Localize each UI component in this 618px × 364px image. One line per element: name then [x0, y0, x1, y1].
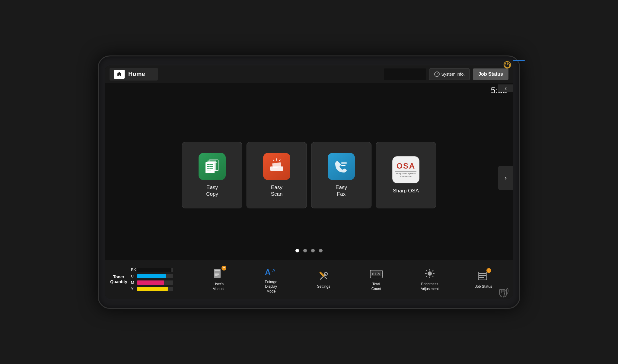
job-status-bottom-icon: ! — [477, 269, 490, 283]
svg-text:A: A — [272, 268, 276, 273]
svg-rect-49 — [479, 275, 486, 276]
status-indicator — [513, 60, 525, 61]
toner-bar-y-fill — [137, 287, 168, 291]
sharp-osa-tile[interactable]: OSA Sharp Open Systems Architecture Shar… — [376, 142, 436, 208]
enlarge-display-label: Enlarge Display Mode — [265, 280, 277, 294]
nfc-icon — [496, 286, 510, 301]
svg-rect-23 — [215, 274, 219, 275]
nav-left-arrow[interactable]: ‹ — [498, 84, 513, 92]
system-info-label: System Info. — [441, 72, 465, 77]
toner-bar-m-bg — [137, 280, 173, 285]
easy-fax-icon — [328, 153, 355, 180]
home-icon — [114, 70, 125, 79]
enlarge-svg: A A — [264, 266, 278, 277]
job-status-bottom-button[interactable]: ! Job Status — [473, 267, 495, 291]
status-area — [384, 68, 426, 80]
toner-label-c: C — [131, 274, 135, 278]
svg-line-45 — [432, 271, 433, 271]
house-icon — [116, 71, 122, 77]
svg-rect-22 — [215, 273, 219, 274]
settings-button[interactable]: Settings — [313, 267, 334, 291]
brightness-svg — [423, 268, 436, 279]
settings-svg — [318, 270, 330, 282]
svg-text:A: A — [265, 267, 271, 277]
pagination-dots — [295, 249, 323, 252]
brightness-icon — [423, 267, 436, 280]
toner-bar-y-bg — [137, 287, 173, 291]
top-bar: Home i System Info. Job Status — [105, 65, 513, 83]
power-icon[interactable] — [503, 61, 511, 70]
settings-icon — [317, 269, 330, 283]
job-status-bottom-label: Job Status — [475, 284, 492, 289]
total-count-label: Total Count — [371, 282, 381, 291]
users-manual-label: User's Manual — [212, 282, 224, 291]
nav-dot-3[interactable] — [311, 249, 315, 252]
nav-dot-4[interactable] — [319, 249, 323, 252]
nav-area: 5:35 ‹ — [105, 83, 513, 101]
toner-row-m: M — [131, 280, 173, 285]
svg-point-28 — [324, 272, 327, 275]
svg-rect-18 — [341, 165, 346, 166]
sharp-osa-label: Sharp OSA — [393, 188, 419, 194]
easy-fax-label: Easy Fax — [336, 184, 347, 198]
brightness-label: Brightness Adjustment — [421, 282, 439, 291]
home-label: Home — [128, 71, 145, 78]
toner-bar-c-bg — [137, 274, 173, 278]
toner-section: Toner Quantity BK C — [105, 260, 189, 299]
svg-line-43 — [426, 271, 427, 271]
easy-copy-icon — [199, 153, 226, 180]
svg-rect-24 — [215, 275, 218, 276]
easy-copy-tile[interactable]: Easy Copy — [182, 142, 242, 208]
counter-svg: 012 3 ▲ ▼ — [370, 268, 383, 279]
toner-label-bk: BK — [131, 267, 135, 272]
toner-label-line1: Toner — [113, 274, 124, 279]
easy-scan-icon — [263, 153, 290, 180]
svg-rect-21 — [215, 272, 220, 272]
users-manual-icon: ? — [212, 267, 225, 280]
copy-svg — [203, 157, 221, 176]
system-info-button[interactable]: i System Info. — [429, 68, 470, 80]
nav-dot-1[interactable] — [295, 249, 299, 252]
job-status-top-label: Job Status — [478, 71, 503, 77]
home-button[interactable]: Home — [110, 68, 158, 81]
total-count-button[interactable]: 012 3 ▲ ▼ Total Count — [366, 265, 387, 293]
enlarge-display-icon: A A — [264, 265, 278, 278]
toner-row-c: C — [131, 274, 173, 278]
svg-line-15 — [273, 160, 274, 161]
easy-scan-label: Easy Scan — [271, 184, 283, 198]
svg-text:3: 3 — [377, 272, 380, 276]
toner-bars: BK C M — [131, 267, 173, 291]
toner-bar-c-fill — [137, 274, 166, 278]
page-next-button[interactable]: › — [498, 166, 513, 190]
app-grid: Easy Copy — [111, 104, 507, 246]
toner-label-m: M — [131, 280, 135, 285]
brightness-button[interactable]: Brightness Adjustment — [418, 265, 441, 293]
device-body: Home i System Info. Job Status 5:35 ‹ — [98, 55, 520, 309]
manual-badge: ? — [221, 266, 226, 271]
toner-row-y: Y — [131, 286, 173, 291]
enlarge-display-button[interactable]: A A Enlarge Display Mode — [260, 263, 282, 296]
svg-text:▼: ▼ — [381, 274, 383, 277]
osa-subtitle: Sharp Open Systems Architecture — [394, 172, 418, 178]
settings-label: Settings — [317, 284, 330, 289]
job-status-badge: ! — [486, 268, 491, 273]
nav-dot-2[interactable] — [303, 249, 307, 252]
info-icon: i — [434, 71, 440, 77]
easy-fax-tile[interactable]: Easy Fax — [311, 142, 371, 208]
toner-bar-bk-fill — [137, 268, 171, 272]
users-manual-button[interactable]: ? User's Manual — [208, 265, 229, 293]
easy-scan-tile[interactable]: Easy Scan — [247, 142, 307, 208]
sharp-osa-icon: OSA Sharp Open Systems Architecture — [392, 156, 419, 183]
svg-point-38 — [428, 271, 432, 276]
osa-logo: OSA Sharp Open Systems Architecture — [393, 157, 419, 183]
svg-rect-48 — [479, 273, 486, 274]
total-count-icon: 012 3 ▲ ▼ — [370, 267, 383, 280]
svg-line-29 — [325, 277, 327, 279]
osa-title: OSA — [397, 161, 415, 171]
svg-rect-50 — [479, 277, 484, 278]
toner-label-y: Y — [131, 286, 135, 291]
scan-svg — [268, 157, 286, 176]
easy-copy-label: Easy Copy — [206, 184, 218, 198]
device-screen: Home i System Info. Job Status 5:35 ‹ — [105, 65, 513, 299]
svg-line-14 — [279, 160, 280, 161]
